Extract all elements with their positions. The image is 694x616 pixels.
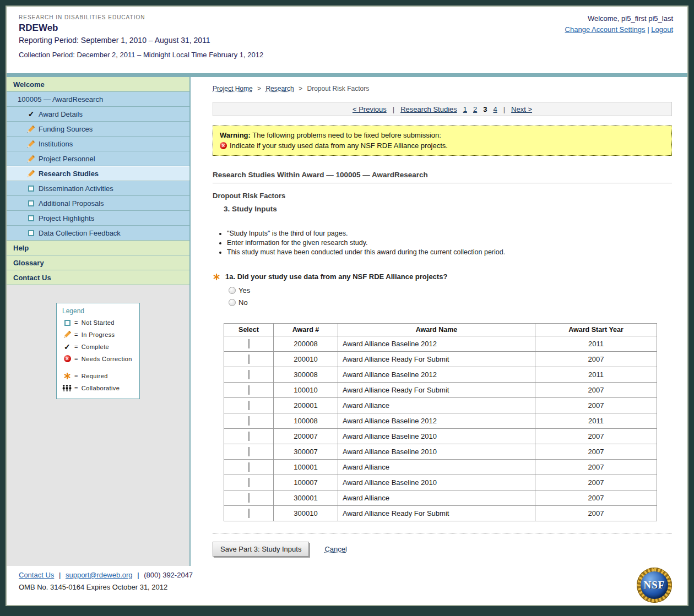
radio-option-yes[interactable]: Yes [229,286,672,295]
table-row: 300001Award Alliance2007 [224,490,657,506]
instruction-item: "Study Inputs" is the third of four page… [227,230,672,237]
in-progress-pencil-icon [26,140,36,148]
pencil-icon [62,330,72,339]
not-started-box-icon [62,320,72,326]
logout-link[interactable]: Logout [651,25,673,34]
row-select-checkbox[interactable] [248,478,250,487]
main-content: Project Home > Research > Dropout Risk F… [191,77,687,566]
user-area: Welcome, pi5_first pi5_last Change Accou… [565,13,673,35]
sidebar-item-data-collection-feedback[interactable]: Data Collection Feedback [7,226,189,241]
sidebar: Welcome 100005 — AwardResearch Award Det… [7,77,191,566]
section-title: Research Studies Within Award — 100005 —… [213,171,672,183]
row-select-checkbox[interactable] [248,462,250,472]
footer-email-link[interactable]: support@rdeweb.org [66,571,133,579]
question-label: 1a. Did your study use data from any NSF… [225,272,447,281]
sidebar-item-research-studies[interactable]: Research Studies [7,166,189,181]
table-header-row: Select Award # Award Name Award Start Ye… [224,324,657,336]
previous-page-link[interactable]: < Previous [353,105,387,113]
omb-text: OMB No. 3145-0164 Expires October 31, 20… [19,583,673,591]
table-row: 200007Award Alliance Baseline 20102007 [224,429,657,444]
in-progress-pencil-icon [26,155,36,163]
table-row: 300008Award Alliance Baseline 20122011 [224,367,657,383]
nsf-logo-globe: NSF [641,571,668,599]
row-select-checkbox[interactable] [248,509,250,518]
page-header: RESEARCH IN DISABILITIES EDUCATION RDEWe… [7,7,687,73]
row-select-checkbox[interactable] [248,339,250,348]
legend: Legend = Not Started = In Progress = [56,303,140,399]
page-2-link[interactable]: 2 [473,105,477,113]
table-row: 300007Award Alliance Baseline 20102007 [224,444,657,460]
breadcrumb-project-home-link[interactable]: Project Home [213,85,253,92]
page-step-title: 3. Study Inputs [224,205,672,213]
page-1-link[interactable]: 1 [463,105,467,113]
sidebar-item-help[interactable]: Help [7,241,189,255]
no-radio-button[interactable] [229,299,236,306]
warning-title: Warning: [220,131,251,139]
question-1a: 1a. Did your study use data from any NSF… [213,272,672,282]
table-row: 100010Award Alliance Ready For Submit200… [224,383,657,398]
save-button[interactable]: Save Part 3: Study Inputs [213,542,309,557]
table-row: 200008Award Alliance Baseline 20122011 [224,336,657,352]
row-select-checkbox[interactable] [248,355,250,364]
column-header-select: Select [224,324,274,336]
yes-radio-button[interactable] [229,287,236,294]
table-row: 100008Award Alliance Baseline 20122011 [224,413,657,429]
column-header-award-start-year: Award Start Year [535,324,657,336]
breadcrumb-current: Dropout Risk Factors [307,85,369,92]
error-icon [62,355,72,362]
row-select-checkbox[interactable] [248,416,250,426]
warning-box: Warning: The following problems need to … [213,126,672,156]
legend-title: Legend [62,307,134,315]
instruction-item: This study must have been conducted unde… [227,248,672,256]
page-container: RESEARCH IN DISABILITIES EDUCATION RDEWe… [6,6,688,606]
page-4-link[interactable]: 4 [493,105,497,113]
next-page-link[interactable]: Next > [511,105,532,113]
header-divider [7,73,687,77]
sidebar-item-funding-sources[interactable]: Funding Sources [7,122,189,137]
instruction-item: Enter information for the given research… [227,239,672,247]
row-select-checkbox[interactable] [248,447,250,456]
table-row: 200001Award Alliance2007 [224,398,657,413]
sidebar-item-dissemination-activities[interactable]: Dissemination Activities [7,181,189,196]
pagination-bar: < Previous | Research Studies 1 2 3 4 | … [213,102,672,116]
sidebar-item-institutions[interactable]: Institutions [7,137,189,151]
warning-message: The following problems need to be fixed … [252,131,441,139]
not-started-box-icon [26,215,36,221]
row-select-checkbox[interactable] [248,493,250,503]
sidebar-item-project-personnel[interactable]: Project Personnel [7,151,189,166]
research-studies-link[interactable]: Research Studies [400,105,457,113]
legend-row: = Complete [62,343,134,351]
sidebar-item-project-highlights[interactable]: Project Highlights [7,211,189,226]
link-separator: | [647,25,649,34]
row-select-checkbox[interactable] [248,432,250,441]
footer-contact-link[interactable]: Contact Us [19,571,54,579]
legend-row: = Collaborative [62,384,134,392]
required-asterisk-icon [213,273,220,282]
sidebar-item-award-details[interactable]: Award Details [7,107,189,122]
row-select-checkbox[interactable] [248,401,250,410]
sidebar-item-award[interactable]: 100005 — AwardResearch [7,92,189,107]
reporting-period: Reporting Period: September 1, 2010 – Au… [19,36,673,45]
breadcrumb-research-link[interactable]: Research [265,85,294,92]
table-row: 300010Award Alliance Ready For Submit200… [224,506,657,521]
sidebar-item-welcome[interactable]: Welcome [7,77,189,92]
change-account-settings-link[interactable]: Change Account Settings [565,25,646,34]
cancel-link[interactable]: Cancel [324,545,346,553]
page-3-current: 3 [483,105,487,113]
warning-item: Indicate if your study used data from an… [230,141,448,150]
study-title: Dropout Risk Factors [213,192,672,200]
in-progress-pencil-icon [26,125,36,133]
sidebar-item-additional-proposals[interactable]: Additional Proposals [7,196,189,211]
row-select-checkbox[interactable] [248,370,250,379]
radio-option-no[interactable]: No [229,298,672,307]
window-frame: RESEARCH IN DISABILITIES EDUCATION RDEWe… [0,0,694,616]
footer-phone: (800) 392-2047 [144,571,193,579]
row-select-checkbox[interactable] [248,385,250,395]
not-started-box-icon [26,186,36,192]
sidebar-item-contact-us[interactable]: Contact Us [7,270,189,285]
breadcrumb: Project Home > Research > Dropout Risk F… [213,85,672,92]
complete-checkmark-icon [26,110,36,118]
legend-row: = Not Started [62,319,134,326]
awards-table: Select Award # Award Name Award Start Ye… [224,323,657,521]
sidebar-item-glossary[interactable]: Glossary [7,255,189,270]
